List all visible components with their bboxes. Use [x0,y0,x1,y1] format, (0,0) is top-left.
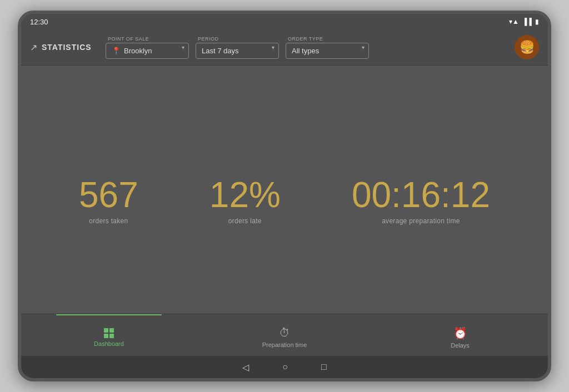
nav-item-preparation-time[interactable]: ⏱ Preparation time [197,314,372,356]
order-type-dropdown-wrapper: ORDER TYPE All types ▾ [286,36,369,59]
preparation-time-label: Preparation time [262,341,307,348]
trend-icon: ↗ [30,42,37,53]
period-value: Last 7 days [202,47,239,55]
stats-row: 567 orders taken 12% orders late 00:16:1… [21,66,548,314]
bottom-nav: Dashboard ⏱ Preparation time ⏰ Delays [21,314,548,356]
period-dropdown-wrapper: PERIOD Last 7 days ▾ [196,36,279,59]
wifi-icon: ▾▲ [509,18,519,26]
order-type-value: All types [292,47,319,55]
delays-label: Delays [451,342,470,349]
signal-icon: ▐▐ [522,18,532,26]
order-type-arrow-icon: ▾ [362,44,365,51]
period-arrow-icon: ▾ [272,44,274,51]
status-bar: 12:30 ▾▲ ▐▐ ▮ [21,14,548,29]
app-title: ↗ STATISTICS [30,42,97,53]
status-time: 12:30 [30,18,48,26]
tablet-shell: 12:30 ▾▲ ▐▐ ▮ ↗ STATISTICS POINT OF SALE… [18,11,551,381]
orders-late-value: 12% [209,177,281,213]
screen: 12:30 ▾▲ ▐▐ ▮ ↗ STATISTICS POINT OF SALE… [21,14,548,378]
home-button[interactable]: ○ [282,362,288,372]
top-bar: ↗ STATISTICS POINT OF SALE 📍 Brooklyn ▾ … [21,29,548,66]
avatar-icon: 🍔 [520,40,535,54]
app-title-text: STATISTICS [42,43,92,52]
dashboard-label: Dashboard [94,340,124,347]
orders-taken-value: 567 [79,177,138,213]
orders-taken-label: orders taken [89,217,128,225]
point-of-sale-arrow-icon: ▾ [182,44,184,51]
status-icons: ▾▲ ▐▐ ▮ [509,18,539,26]
android-nav: ◁ ○ □ [21,356,548,378]
stat-orders-late: 12% orders late [209,177,281,225]
orders-late-label: orders late [228,217,262,225]
recent-button[interactable]: □ [321,362,327,372]
avg-prep-time-value: 00:16:12 [352,177,490,213]
point-of-sale-dropdown-wrapper: POINT OF SALE 📍 Brooklyn ▾ [106,36,189,59]
order-type-label: ORDER TYPE [286,36,369,42]
main-content: 567 orders taken 12% orders late 00:16:1… [21,66,548,314]
stat-orders-taken: 567 orders taken [79,177,138,225]
stat-avg-prep-time: 00:16:12 average preparation time [352,177,490,225]
dashboard-icon [104,328,114,338]
preparation-time-icon: ⏱ [279,326,290,339]
avg-prep-time-label: average preparation time [382,217,460,225]
nav-item-dashboard[interactable]: Dashboard [21,314,197,356]
back-button[interactable]: ◁ [242,362,249,373]
point-of-sale-value: Brooklyn [124,47,152,55]
avatar[interactable]: 🍔 [515,35,539,59]
dropdown-group: POINT OF SALE 📍 Brooklyn ▾ PERIOD Last 7… [106,36,506,59]
period-label: PERIOD [196,36,279,42]
battery-icon: ▮ [535,18,539,26]
period-dropdown[interactable]: Last 7 days ▾ [196,43,279,59]
nav-item-delays[interactable]: ⏰ Delays [372,314,548,356]
order-type-dropdown[interactable]: All types ▾ [286,43,369,59]
delays-icon: ⏰ [453,326,467,340]
pin-icon: 📍 [112,47,121,55]
point-of-sale-label: POINT OF SALE [106,36,189,42]
point-of-sale-dropdown[interactable]: 📍 Brooklyn ▾ [106,43,189,59]
